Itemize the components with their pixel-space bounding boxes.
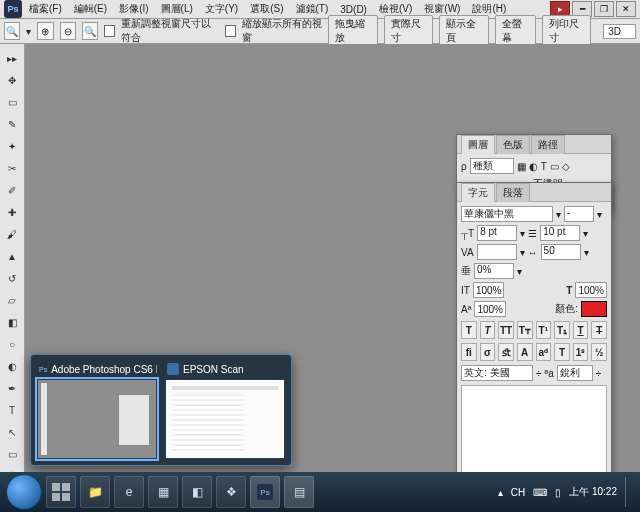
taskview-icon[interactable] bbox=[46, 476, 76, 508]
kerning-field[interactable] bbox=[477, 244, 517, 260]
font-size-field[interactable]: 8 pt bbox=[477, 225, 517, 241]
tray-action-icon[interactable]: ▯ bbox=[555, 487, 561, 498]
stamp-tool-icon[interactable]: ▲ bbox=[2, 246, 22, 266]
filter-type-icon[interactable]: T bbox=[541, 161, 547, 172]
ie-icon[interactable]: e bbox=[114, 476, 144, 508]
bold-button[interactable]: T bbox=[461, 321, 477, 339]
menu-file[interactable]: 檔案(F) bbox=[24, 0, 67, 18]
baseline-field[interactable]: 0% bbox=[474, 263, 514, 279]
zoom-in-icon[interactable]: ⊕ bbox=[37, 22, 53, 40]
tab-channels[interactable]: 色版 bbox=[496, 135, 530, 154]
tab-paragraph[interactable]: 段落 bbox=[496, 183, 530, 202]
fractions-button[interactable]: T bbox=[554, 343, 570, 361]
tab-layers[interactable]: 圖層 bbox=[461, 135, 495, 154]
zoomall-checkbox[interactable] bbox=[225, 25, 236, 37]
leading-field[interactable]: 10 pt bbox=[540, 225, 580, 241]
italic-button[interactable]: T bbox=[480, 321, 496, 339]
oldstyle-button[interactable]: σ bbox=[480, 343, 496, 361]
dodge-tool-icon[interactable]: ◐ bbox=[2, 356, 22, 376]
stylistic-button[interactable]: ﬆ bbox=[498, 343, 514, 361]
actual-pixels-button[interactable]: 實際尺寸 bbox=[384, 15, 434, 47]
move-tool-icon[interactable]: ✥ bbox=[2, 70, 22, 90]
crop-tool-icon[interactable]: ✂ bbox=[2, 158, 22, 178]
font-style-select[interactable]: - bbox=[564, 206, 594, 222]
text-color-chip[interactable] bbox=[581, 301, 607, 317]
collapse-icon[interactable]: ▸▸ bbox=[2, 48, 22, 68]
fi-button[interactable]: fi bbox=[461, 343, 477, 361]
tray-ime[interactable]: CH bbox=[511, 487, 525, 498]
path-tool-icon[interactable]: ↖ bbox=[2, 422, 22, 442]
hscale-field[interactable]: 100% bbox=[575, 282, 607, 298]
1st-button[interactable]: 1ˢ bbox=[573, 343, 589, 361]
size-icon: ┬T bbox=[461, 228, 474, 239]
app3-icon[interactable]: ❖ bbox=[216, 476, 246, 508]
half-button[interactable]: ½ bbox=[591, 343, 607, 361]
tool-preset-icon[interactable]: 🔍 bbox=[4, 22, 20, 40]
layer-kind-select[interactable]: 種類 bbox=[470, 158, 514, 174]
blur-tool-icon[interactable]: ○ bbox=[2, 334, 22, 354]
fit-screen-button[interactable]: 顯示全頁 bbox=[439, 15, 489, 47]
tray-up-icon[interactable]: ▴ bbox=[498, 487, 503, 498]
taskbar-epson[interactable]: ▤ bbox=[284, 476, 314, 508]
menu-edit[interactable]: 編輯(E) bbox=[69, 0, 112, 18]
character-panel: 字元 段落 華康儷中黑 ▾ - ▾ ┬T 8 pt ▾ ☰ 10 pt ▾ bbox=[456, 182, 612, 512]
tracking-field[interactable]: 50 bbox=[541, 244, 581, 260]
allcaps-button[interactable]: TT bbox=[498, 321, 514, 339]
app2-icon[interactable]: ◧ bbox=[182, 476, 212, 508]
tab-paths[interactable]: 路徑 bbox=[531, 135, 565, 154]
menu-image[interactable]: 影像(I) bbox=[114, 0, 153, 18]
taskbar-photoshop[interactable]: Ps bbox=[250, 476, 280, 508]
brush-tool-icon[interactable]: 🖌 bbox=[2, 224, 22, 244]
type-tool-icon[interactable]: T bbox=[2, 400, 22, 420]
language-select[interactable]: 英文: 美國 bbox=[461, 365, 533, 381]
eraser-tool-icon[interactable]: ▱ bbox=[2, 290, 22, 310]
smallcaps-button[interactable]: Tᴛ bbox=[517, 321, 533, 339]
filter-smart-icon[interactable]: ◇ bbox=[562, 161, 570, 172]
eyedropper-tool-icon[interactable]: ✐ bbox=[2, 180, 22, 200]
menu-layer[interactable]: 圖層(L) bbox=[156, 0, 198, 18]
start-button[interactable] bbox=[6, 474, 42, 510]
tab-character[interactable]: 字元 bbox=[461, 183, 495, 202]
menu-type[interactable]: 文字(Y) bbox=[200, 0, 243, 18]
filter-shape-icon[interactable]: ▭ bbox=[550, 161, 559, 172]
antialias-select[interactable]: 銳利 bbox=[557, 365, 593, 381]
app1-icon[interactable]: ▦ bbox=[148, 476, 178, 508]
print-size-button[interactable]: 列印尺寸 bbox=[542, 15, 592, 47]
fill-screen-button[interactable]: 全螢幕 bbox=[495, 15, 536, 47]
marquee-tool-icon[interactable]: ▭ bbox=[2, 92, 22, 112]
ordinals-button[interactable]: aᵈ bbox=[536, 343, 552, 361]
scrubby-zoom-button[interactable]: 拖曳縮放 bbox=[328, 15, 378, 47]
zoom-equal-icon[interactable]: 🔍 bbox=[82, 22, 98, 40]
gradient-tool-icon[interactable]: ◧ bbox=[2, 312, 22, 332]
menu-filter[interactable]: 濾鏡(T) bbox=[291, 0, 334, 18]
wand-tool-icon[interactable]: ✦ bbox=[2, 136, 22, 156]
show-desktop[interactable] bbox=[625, 477, 634, 507]
switcher-item-photoshop[interactable]: PsAdobe Photoshop CS6 Exten... bbox=[37, 361, 157, 459]
resize-checkbox[interactable] bbox=[104, 25, 115, 37]
tray-clock[interactable]: 上午 10:22 bbox=[569, 485, 617, 499]
underline-button[interactable]: T bbox=[573, 321, 589, 339]
strike-button[interactable]: T bbox=[591, 321, 607, 339]
filter-adjust-icon[interactable]: ◐ bbox=[529, 161, 538, 172]
vscale-field[interactable]: 100% bbox=[473, 282, 505, 298]
tray-keyboard-icon[interactable]: ⌨ bbox=[533, 487, 547, 498]
switcher-item-epson[interactable]: EPSON Scan bbox=[165, 361, 285, 459]
explorer-icon[interactable]: 📁 bbox=[80, 476, 110, 508]
baseline-shift-field[interactable]: 100% bbox=[474, 301, 506, 317]
superscript-button[interactable]: T¹ bbox=[536, 321, 552, 339]
pen-tool-icon[interactable]: ✒ bbox=[2, 378, 22, 398]
history-brush-tool-icon[interactable]: ↺ bbox=[2, 268, 22, 288]
kerning-icon: VA bbox=[461, 247, 474, 258]
filter-pixel-icon[interactable]: ▦ bbox=[517, 161, 526, 172]
menu-select[interactable]: 選取(S) bbox=[245, 0, 288, 18]
heal-tool-icon[interactable]: ✚ bbox=[2, 202, 22, 222]
font-family-select[interactable]: 華康儷中黑 bbox=[461, 206, 553, 222]
shape-tool-icon[interactable]: ▭ bbox=[2, 444, 22, 464]
subscript-button[interactable]: T₁ bbox=[554, 321, 570, 339]
lasso-tool-icon[interactable]: ✎ bbox=[2, 114, 22, 134]
workspace-select[interactable]: 3D bbox=[603, 24, 636, 39]
titling-button[interactable]: A bbox=[517, 343, 533, 361]
zoom-out-icon[interactable]: ⊖ bbox=[60, 22, 76, 40]
restore-button[interactable]: ❐ bbox=[594, 1, 614, 17]
close-button[interactable]: ✕ bbox=[616, 1, 636, 17]
